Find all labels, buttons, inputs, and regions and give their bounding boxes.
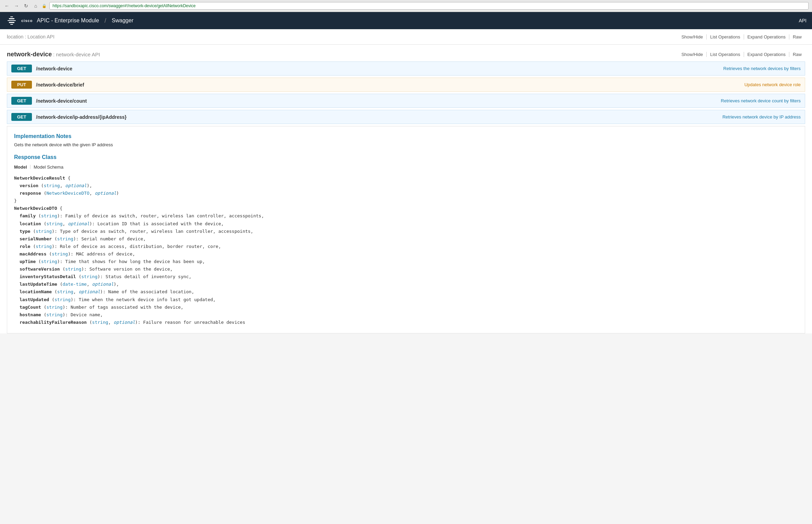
cisco-text: cisco	[21, 19, 33, 23]
network-device-header: network-device : network-device API Show…	[7, 48, 805, 61]
network-device-section: network-device : network-device API Show…	[0, 45, 812, 333]
back-button[interactable]: ←	[3, 2, 10, 9]
model-tab-separator: |	[27, 164, 34, 170]
schema-response-field: response (NetworkDeviceDTO, optional)	[20, 190, 798, 197]
model-tab[interactable]: Model	[14, 164, 27, 170]
schema-field-family: family (string): Family of device as swi…	[20, 212, 798, 220]
schema-field-upTime: upTime (string): Time that shows for how…	[20, 258, 798, 265]
address-bar[interactable]: https://sandboxapic.cisco.com/swagger#!/…	[49, 2, 809, 10]
schema-field-type: type (string): Type of device as switch,…	[20, 228, 798, 235]
api-label: API	[799, 18, 807, 23]
implementation-notes-body: Gets the network device with the given I…	[14, 142, 798, 147]
model-tabs: Model | Model Schema	[14, 164, 798, 170]
endpoint-row-get-network-device[interactable]: GET /network-device Retrieves the networ…	[7, 61, 805, 76]
location-raw[interactable]: Raw	[789, 34, 805, 39]
network-device-subtitle: : network-device API	[53, 52, 100, 57]
schema-field-lastUpdateTime: lastUpdateTime (date-time, optional),	[20, 281, 798, 288]
schema-field-locationName: locationName (string, optional): Name of…	[20, 288, 798, 296]
nav-separator: /	[105, 17, 106, 24]
schema-version-field: version (string, optional),	[20, 182, 798, 190]
endpoint-desc-2: Updates network device role	[744, 82, 805, 87]
nd-list-operations[interactable]: List Operations	[706, 52, 743, 57]
endpoint-row-get-ip-address[interactable]: GET /network-device/ip-address/{ipAddres…	[7, 110, 805, 124]
put-badge-1: PUT	[11, 81, 32, 89]
forward-button[interactable]: →	[13, 2, 20, 9]
schema-content: NetworkDeviceResult { version (string, o…	[14, 174, 798, 326]
schema-field-role: role (string): Role of device as access,…	[20, 243, 798, 250]
reload-button[interactable]: ↻	[23, 2, 30, 9]
endpoint-row-put-network-device-brief[interactable]: PUT /network-device/brief Updates networ…	[7, 78, 805, 92]
browser-chrome: ← → ↻ ⌂ 🔒 https://sandboxapic.cisco.com/…	[0, 0, 812, 12]
network-device-controls: Show/Hide List Operations Expand Operati…	[678, 52, 805, 57]
schema-field-location: location (string, optional): Location ID…	[20, 220, 798, 228]
schema-field-lastUpdated: lastUpdated (string): Time when the netw…	[20, 296, 798, 304]
nd-show-hide[interactable]: Show/Hide	[678, 52, 706, 57]
location-expand-operations[interactable]: Expand Operations	[744, 34, 789, 39]
location-list-operations[interactable]: List Operations	[706, 34, 743, 39]
location-controls: Show/Hide List Operations Expand Operati…	[678, 34, 805, 39]
expanded-endpoint-section: Implementation Notes Gets the network de…	[7, 126, 805, 333]
location-show-hide[interactable]: Show/Hide	[678, 34, 706, 39]
get-badge-1: GET	[11, 65, 32, 72]
schema-field-macAddress: macAddress (string): MAC address of devi…	[20, 250, 798, 258]
nd-raw[interactable]: Raw	[789, 52, 805, 57]
model-schema-tab[interactable]: Model Schema	[34, 164, 63, 170]
cisco-logo-icon	[5, 16, 18, 25]
cisco-logo: cisco	[5, 16, 33, 25]
top-navbar: cisco APIC - Enterprise Module / Swagger…	[0, 12, 812, 29]
endpoint-path-3: /network-device/count	[36, 98, 721, 104]
schema-field-hostname: hostname (string): Device name,	[20, 311, 798, 319]
endpoint-path-1: /network-device	[36, 66, 723, 71]
get-badge-3: GET	[11, 113, 32, 121]
ssl-lock-icon: 🔒	[42, 4, 47, 8]
endpoint-desc-1: Retrieves the network devices by filters	[723, 66, 805, 71]
schema-network-device-result-open: NetworkDeviceResult {	[14, 174, 798, 182]
app-name: APIC - Enterprise Module	[37, 18, 99, 24]
nd-expand-operations[interactable]: Expand Operations	[744, 52, 789, 57]
schema-network-device-dto-open: NetworkDeviceDTO {	[14, 205, 798, 212]
endpoint-desc-4: Retrieves network device by IP address	[722, 114, 805, 119]
endpoint-path-2: /network-device/brief	[36, 82, 744, 88]
response-class-title: Response Class	[14, 154, 798, 160]
schema-field-inventoryStatusDetail: inventoryStatusDetail (string): Status d…	[20, 273, 798, 281]
schema-field-reachabilityFailureReason: reachabilityFailureReason (string, optio…	[20, 319, 798, 326]
swagger-label: Swagger	[112, 18, 134, 24]
main-content: location : Location API Show/Hide List O…	[0, 29, 812, 333]
schema-network-device-result-close: }	[14, 197, 798, 205]
endpoint-path-4: /network-device/ip-address/{ipAddress}	[36, 114, 722, 120]
endpoint-desc-3: Retrieves network device count by filter…	[721, 98, 805, 103]
location-api-section: location : Location API Show/Hide List O…	[0, 29, 812, 45]
schema-field-softwareVersion: softwareVersion (string): Software versi…	[20, 265, 798, 273]
home-button[interactable]: ⌂	[32, 2, 39, 9]
schema-field-serialNumber: serialNumber (string): Serial number of …	[20, 235, 798, 243]
schema-field-tagCount: tagCount (string): Number of tags associ…	[20, 304, 798, 311]
location-api-title: location : Location API	[7, 34, 55, 39]
network-device-name: network-device	[7, 51, 52, 58]
implementation-notes-title: Implementation Notes	[14, 133, 798, 139]
endpoint-row-get-count[interactable]: GET /network-device/count Retrieves netw…	[7, 94, 805, 108]
network-device-title: network-device : network-device API	[7, 51, 100, 58]
get-badge-2: GET	[11, 97, 32, 105]
